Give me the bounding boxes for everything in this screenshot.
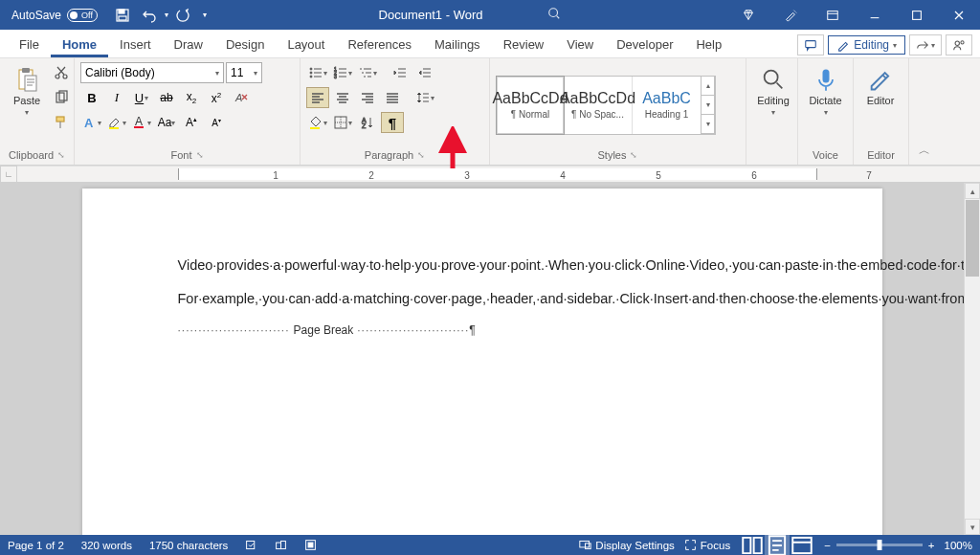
strikethrough-button[interactable]: ab	[155, 87, 178, 108]
underline-button[interactable]: U▾	[130, 87, 153, 108]
tab-view[interactable]: View	[555, 32, 605, 57]
align-left-button[interactable]	[306, 87, 329, 108]
align-right-button[interactable]	[356, 87, 379, 108]
line-spacing-button[interactable]: ▾	[413, 87, 436, 108]
zoom-level[interactable]: 100%	[945, 540, 972, 551]
shading-button[interactable]: ▾	[306, 112, 329, 133]
status-words[interactable]: 320 words	[81, 540, 132, 551]
highlight-button[interactable]: ▾	[105, 112, 128, 133]
font-color-button[interactable]: A▾	[130, 112, 153, 133]
autosave-pill[interactable]: Off	[67, 9, 98, 22]
tab-help[interactable]: Help	[684, 32, 733, 57]
cut-icon[interactable]	[50, 62, 73, 83]
increase-indent-button[interactable]	[413, 62, 436, 83]
document-page[interactable]: Video·provides·a·powerful·way·to·help·yo…	[82, 189, 882, 535]
page-break-indicator[interactable]: ··························· Page Break ·…	[178, 322, 787, 339]
status-accessibility-icon[interactable]	[275, 539, 287, 551]
scroll-down-icon[interactable]: ▾	[965, 519, 980, 535]
shrink-font-button[interactable]: A▾	[205, 112, 228, 133]
status-page[interactable]: Page 1 of 2	[8, 540, 64, 551]
tab-home[interactable]: Home	[51, 32, 108, 57]
tab-layout[interactable]: Layout	[276, 32, 336, 57]
collab-button[interactable]	[946, 34, 972, 56]
font-name-combo[interactable]: Calibri (Body)▾	[80, 62, 224, 83]
display-settings-button[interactable]: Display Settings	[579, 539, 674, 551]
tab-developer[interactable]: Developer	[605, 32, 684, 57]
read-mode-icon[interactable]	[740, 535, 765, 555]
horizontal-ruler[interactable]: 1 2 3 4 5 6 7	[17, 166, 980, 183]
paragraph-launcher-icon[interactable]: ⤡	[417, 150, 425, 160]
change-case-button[interactable]: Aa▾	[155, 112, 178, 133]
decrease-indent-button[interactable]	[389, 62, 412, 83]
zoom-out-icon[interactable]: −	[824, 540, 831, 551]
tab-mailings[interactable]: Mailings	[423, 32, 492, 57]
clear-formatting-button[interactable]: A	[230, 87, 253, 108]
italic-button[interactable]: I	[105, 87, 128, 108]
search-icon[interactable]	[547, 7, 561, 23]
status-chars[interactable]: 1750 characters	[149, 540, 228, 551]
qat-customize-icon[interactable]: ▾	[203, 11, 207, 19]
paragraph-2[interactable]: For·example,·you·can·add·a·matching·cove…	[178, 289, 787, 309]
comments-button[interactable]	[797, 34, 824, 56]
tab-insert[interactable]: Insert	[108, 32, 163, 57]
share-button[interactable]: ▾	[909, 34, 942, 56]
tab-draw[interactable]: Draw	[163, 32, 214, 57]
zoom-in-icon[interactable]: +	[928, 540, 935, 551]
scroll-up-icon[interactable]: ▴	[965, 183, 980, 199]
format-painter-icon[interactable]	[50, 112, 73, 133]
dictate-button[interactable]: Dictate▾	[804, 62, 847, 121]
font-size-combo[interactable]: 11▾	[226, 62, 262, 83]
style-no-spacing[interactable]: AaBbCcDd¶ No Spac...	[564, 77, 633, 134]
styles-gallery[interactable]: AaBbCcDd¶ Normal AaBbCcDd¶ No Spac... Aa…	[496, 76, 716, 135]
redo-icon[interactable]	[172, 5, 195, 26]
web-layout-icon[interactable]	[790, 535, 814, 555]
editing-mode-button[interactable]: Editing▾	[828, 35, 905, 55]
style-normal[interactable]: AaBbCcDd¶ Normal	[496, 76, 565, 135]
collapse-ribbon-icon[interactable]: ︿	[909, 137, 940, 165]
align-center-button[interactable]	[331, 87, 354, 108]
editor-button[interactable]: Editor	[859, 62, 902, 110]
grow-font-button[interactable]: A▴	[180, 112, 203, 133]
undo-icon[interactable]	[138, 5, 161, 26]
status-macro-icon[interactable]	[304, 539, 317, 551]
justify-button[interactable]	[381, 87, 404, 108]
editing-dropdown[interactable]: Editing▾	[752, 62, 794, 121]
tab-review[interactable]: Review	[492, 32, 556, 57]
focus-button[interactable]: Focus	[684, 539, 730, 551]
text-effects-button[interactable]: A▾	[80, 112, 103, 133]
font-launcher-icon[interactable]: ⤡	[196, 150, 204, 160]
style-heading1[interactable]: AaBbCHeading 1	[633, 77, 702, 134]
vertical-scrollbar[interactable]: ▴ ▾	[964, 183, 980, 535]
undo-dropdown[interactable]: ▾	[165, 11, 168, 19]
bullets-button[interactable]: ▾	[306, 62, 329, 83]
minimize-icon[interactable]	[854, 0, 896, 30]
copy-icon[interactable]	[50, 87, 73, 108]
styles-scroll[interactable]: ▴▾▾	[702, 77, 715, 134]
tab-references[interactable]: References	[336, 32, 422, 57]
autosave-toggle[interactable]: AutoSave Off	[0, 9, 105, 22]
paste-button[interactable]: Paste▾	[6, 62, 48, 121]
show-hide-paragraph-button[interactable]: ¶	[381, 112, 404, 133]
numbering-button[interactable]: 123▾	[331, 62, 354, 83]
styles-launcher-icon[interactable]: ⤡	[630, 150, 637, 160]
superscript-button[interactable]: x2	[205, 87, 228, 108]
subscript-button[interactable]: x2	[180, 87, 203, 108]
borders-button[interactable]: ▾	[331, 112, 354, 133]
close-icon[interactable]	[938, 0, 980, 30]
tab-file[interactable]: File	[8, 32, 51, 57]
scroll-thumb[interactable]	[966, 200, 979, 277]
ruler-corner[interactable]: ∟	[0, 166, 17, 183]
ribbon-display-icon[interactable]	[812, 0, 854, 30]
tab-design[interactable]: Design	[214, 32, 276, 57]
clipboard-launcher-icon[interactable]: ⤡	[57, 150, 65, 160]
sort-button[interactable]: AZ	[356, 112, 379, 133]
paragraph-1[interactable]: Video·provides·a·powerful·way·to·help·yo…	[178, 255, 787, 276]
multilevel-list-button[interactable]: ▾	[356, 62, 379, 83]
status-spellcheck-icon[interactable]	[245, 539, 257, 551]
print-layout-icon[interactable]	[765, 535, 790, 555]
pen-sparkle-icon[interactable]	[769, 0, 812, 30]
bold-button[interactable]: B	[80, 87, 103, 108]
maximize-icon[interactable]	[896, 0, 938, 30]
zoom-slider[interactable]: − +	[824, 540, 934, 551]
save-icon[interactable]	[111, 5, 134, 26]
